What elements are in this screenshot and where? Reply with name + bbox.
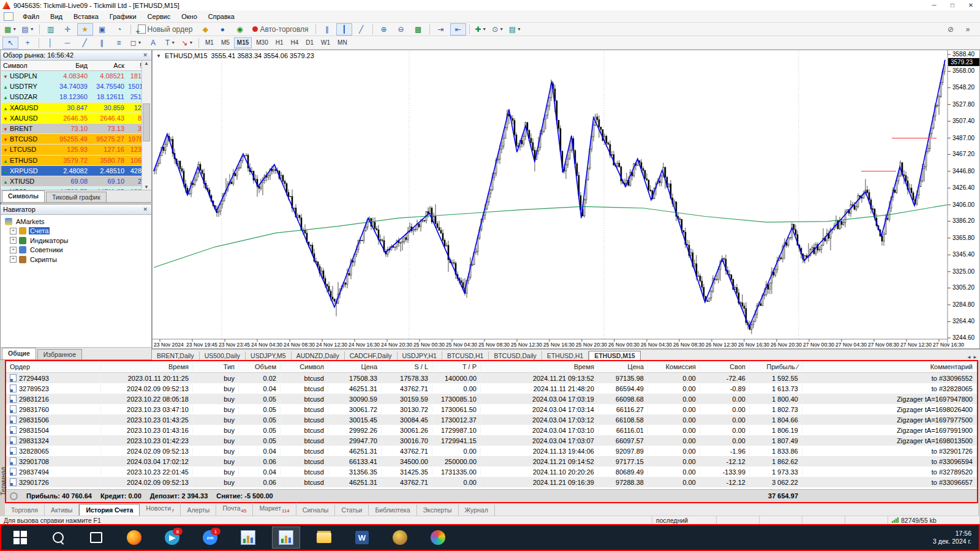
history-row[interactable]: 329017082024.03.04 17:02:12buy0.06btcusd… [6,456,977,467]
market-watch-row[interactable]: ▼BRENT73.1073.133 [1,124,142,134]
expand-icon[interactable]: + [10,228,17,234]
column-header-Аск[interactable]: Аск [89,62,126,69]
history-row[interactable]: 329017262024.02.09 09:52:13buy0.06btcusd… [6,477,977,487]
market-watch-row[interactable]: ▼XAUUSD2646.352646.438 [1,113,142,124]
toolbar-search-button[interactable]: ⊘ [943,23,959,36]
history-row[interactable]: 327895232024.02.09 09:52:13buy0.04btcusd… [6,383,977,394]
scroll-thumb[interactable] [143,103,150,141]
task-view-icon[interactable] [82,527,110,549]
menu-item-Сервис[interactable]: Сервис [142,11,176,22]
scroll-down-icon[interactable]: ▼ [142,184,151,190]
mt4-icon[interactable] [234,527,262,549]
terminal-tab-Алерты[interactable]: Алерты [181,504,216,515]
new-chart-button[interactable]: ▦▼ [2,23,18,36]
auto-scroll-button[interactable]: ⇤ [450,23,466,36]
column-header-![interactable]: ! [126,62,142,69]
text-tool[interactable]: A [145,37,161,49]
start-icon[interactable] [6,527,34,549]
trendline-tool[interactable]: ╱ [77,37,92,49]
history-row[interactable]: 298315042023.10.23 01:43:16buy0.05btcusd… [6,425,977,435]
history-column-Комментарий[interactable]: Комментарий [802,363,977,370]
minimize-button[interactable]: ─ [925,1,943,10]
chart-tab-AUDNZD,Daily[interactable]: AUDNZD,Daily [292,351,345,360]
history-column-Ордер[interactable]: Ордер [6,363,101,370]
menu-item-Вставка[interactable]: Вставка [68,11,104,22]
history-row[interactable]: 298313242023.10.23 01:42:23buy0.05btcusd… [6,435,977,446]
arrows-tool[interactable]: ↘▼ [179,37,195,49]
terminal-side-tab[interactable]: Терминал [0,460,7,502]
close-icon[interactable]: ✕ [141,52,149,58]
menu-item-Файл[interactable]: Файл [17,11,45,22]
terminal-tab-История Счета[interactable]: История Счета [79,504,140,515]
history-row[interactable]: 298317602023.10.23 03:47:10buy0.05btcusd… [6,404,977,414]
autotrade-button[interactable]: Авто-торговля [249,23,312,36]
market-watch-row[interactable]: ▲USDZAR18.1236018.12611251 [1,92,142,102]
timeframe-button-H1[interactable]: H1 [273,37,287,48]
terminal-tab-Эксперты[interactable]: Эксперты [417,504,459,515]
tile-windows-button[interactable]: ▩ [410,23,426,36]
channel-tool[interactable]: ∥ [94,37,110,49]
amarkets-icon[interactable] [386,527,414,549]
candlestick-button[interactable]: ┃ [336,23,352,36]
terminal-toggle[interactable]: ▣ [94,23,110,36]
expand-icon[interactable]: + [10,237,17,244]
terminal-tab-Маркет[interactable]: Маркет114 [253,503,296,515]
price-chart[interactable]: ▼ ETHUSD,M15 3555.41 3583.34 3554.06 357… [152,50,980,349]
chart-tab-ETHUSD,M15[interactable]: ETHUSD,M15 [589,351,641,360]
strategy-tester-button[interactable]: ◔ [111,23,127,36]
zoom-in-button[interactable]: ⊕ [376,23,392,36]
profiles-button[interactable]: ▤▼ [20,23,36,36]
chevron-down-icon[interactable]: ▼ [156,53,161,59]
tab-scroll-arrows[interactable]: ◄ ► [967,354,980,360]
navigator-toggle[interactable]: ★ [77,23,93,36]
timeframe-button-M30[interactable]: M30 [253,37,271,48]
crosshair-tool[interactable]: + [20,37,36,49]
market-watch-row[interactable]: ▲XTIUSD69.0869.102 [1,176,142,187]
cursor-tool[interactable]: ↖ [2,37,18,49]
history-column-Объем[interactable]: Объем [239,363,281,370]
zoom-out-button[interactable]: ⊖ [393,23,409,36]
terminal-tab-Журнал[interactable]: Журнал [459,504,495,515]
history-column-T / P[interactable]: T / P [432,363,481,370]
telegram-icon[interactable]: 8 [158,527,186,549]
terminal-tab-Активы[interactable]: Активы [45,504,80,515]
timeframe-button-M15[interactable]: M15 [234,37,252,48]
market-watch-toggle[interactable]: ▥ [43,23,59,36]
navigator-tab-Общие[interactable]: Общие [2,348,36,359]
mt4-active-icon[interactable] [272,527,300,549]
history-row[interactable]: 298312162023.10.22 08:05:18buy0.05btcusd… [6,394,977,404]
history-column-Цена[interactable]: Цена [598,363,648,370]
terminal-tab-Статьи[interactable]: Статьи [335,504,369,515]
history-column-Цена[interactable]: Цена [328,363,382,370]
menu-item-Окно[interactable]: Окно [176,11,203,22]
expand-icon[interactable]: + [10,247,17,253]
navigator-item-Советники[interactable]: +Советники [1,246,151,255]
shapes-tool[interactable]: ◻▼ [128,37,144,49]
chart-tab-ETHUSD,H1[interactable]: ETHUSD,H1 [542,351,589,360]
market-watch-row[interactable]: ▼USDPLN4.083404.08521181 [1,71,142,81]
chart-tab-BTCUSD,Daily[interactable]: BTCUSD,Daily [489,351,541,360]
vertical-line-tool[interactable]: │ [42,37,58,49]
firefox-icon[interactable] [120,527,148,549]
line-chart-button[interactable]: ╱ [353,23,369,36]
chart-tab-USDJPY,H1[interactable]: USDJPY,H1 [398,351,442,360]
signals-button[interactable]: ◉ [232,23,247,36]
zoom-icon[interactable]: zm1 [196,527,224,549]
navigator-tab-Избранное[interactable]: Избранное [37,349,82,359]
paint-icon[interactable] [424,527,452,549]
scroll-up-icon[interactable]: ▲ [142,61,151,66]
history-column-Своп[interactable]: Своп [700,363,750,370]
templates-button[interactable]: ▤▼ [507,23,523,36]
timeframe-button-D1[interactable]: D1 [303,37,317,48]
bar-chart-button[interactable]: ∥ [319,23,335,36]
history-column-Прибыль[interactable]: Прибыль ∕ [750,363,802,370]
chart-tab-US500,Daily[interactable]: US500,Daily [200,351,246,360]
market-watch-row[interactable]: ▲USDTRY34.7403934.755401501 [1,81,142,92]
navigator-item-Скрипты[interactable]: +Скрипты [1,255,151,264]
chart-canvas[interactable]: 3588.403568.003548.203527.803507.403487.… [153,50,979,348]
terminal-tab-Торговля[interactable]: Торговля [5,504,45,515]
close-button[interactable]: ✕ [962,1,980,10]
taskbar-clock[interactable]: 17:56 3 дек. 2024 г. [933,530,971,545]
data-window-button[interactable]: ✛ [60,23,76,36]
explorer-icon[interactable] [310,527,338,549]
